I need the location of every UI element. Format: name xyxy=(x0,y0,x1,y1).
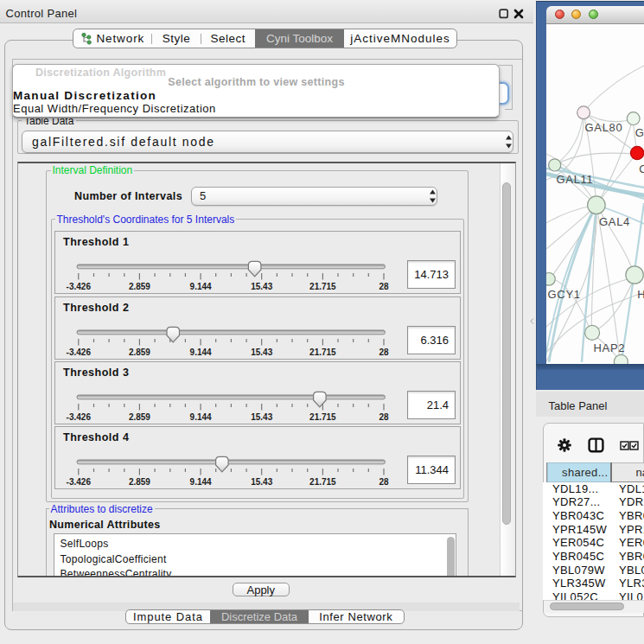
svg-text:GAL80: GAL80 xyxy=(584,121,622,134)
svg-text:G.: G. xyxy=(634,126,644,139)
svg-text:GCY1: GCY1 xyxy=(547,287,580,300)
svg-text:GAL11: GAL11 xyxy=(556,172,593,185)
svg-text:H: H xyxy=(637,287,644,300)
svg-text:C: C xyxy=(639,163,644,175)
svg-text:HAP2: HAP2 xyxy=(593,341,625,354)
svg-text:GAL4: GAL4 xyxy=(599,214,630,227)
